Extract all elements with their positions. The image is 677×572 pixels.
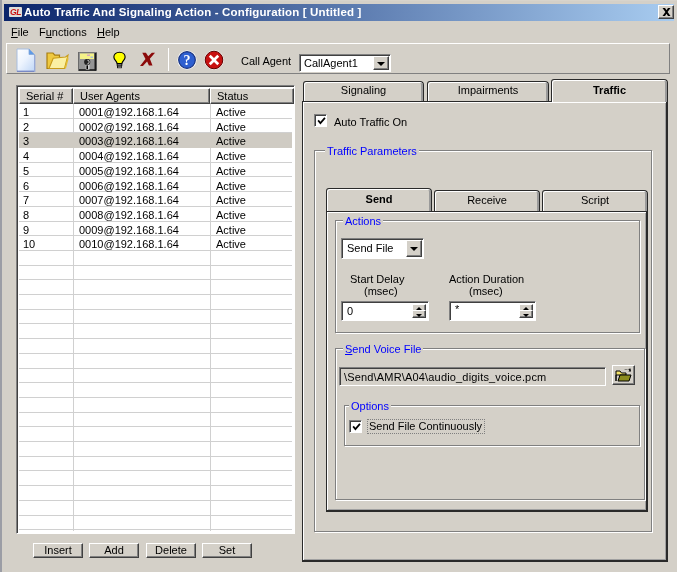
svg-text:?: ? (184, 53, 191, 68)
